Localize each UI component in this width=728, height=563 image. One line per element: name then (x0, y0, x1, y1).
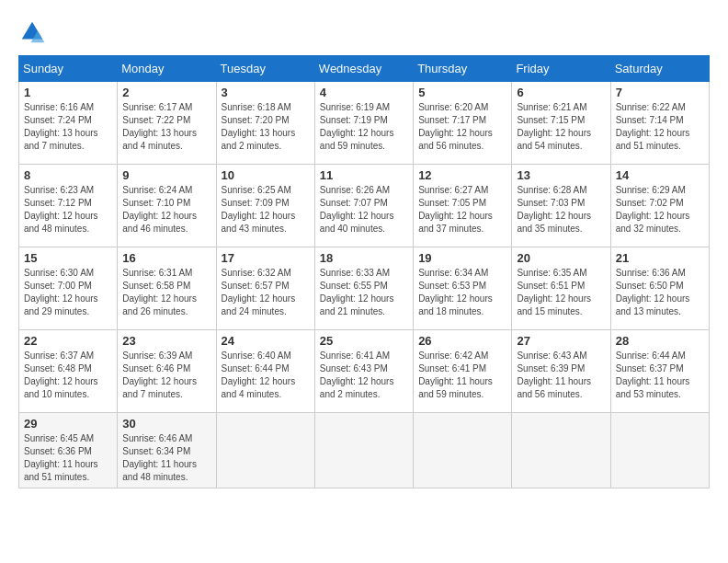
day-info: Sunrise: 6:19 AMSunset: 7:19 PMDaylight:… (320, 101, 408, 153)
day-info: Sunrise: 6:23 AMSunset: 7:12 PMDaylight:… (24, 184, 112, 236)
day-info: Sunrise: 6:31 AMSunset: 6:58 PMDaylight:… (122, 267, 210, 318)
day-number: 29 (24, 417, 112, 431)
day-info: Sunrise: 6:18 AMSunset: 7:20 PMDaylight:… (222, 101, 310, 153)
day-number: 15 (24, 251, 112, 265)
calendar-day-cell: 1Sunrise: 6:16 AMSunset: 7:24 PMDaylight… (19, 82, 118, 165)
calendar-day-cell: 2Sunrise: 6:17 AMSunset: 7:22 PMDaylight… (118, 82, 216, 165)
calendar-header-thursday: Thursday (414, 56, 512, 82)
calendar-day-cell: 24Sunrise: 6:40 AMSunset: 6:44 PMDayligh… (216, 330, 314, 413)
day-number: 25 (320, 334, 408, 348)
calendar-week-row: 15Sunrise: 6:30 AMSunset: 7:00 PMDayligh… (19, 247, 710, 330)
day-info: Sunrise: 6:24 AMSunset: 7:10 PMDaylight:… (122, 184, 210, 236)
calendar-day-cell (414, 413, 512, 488)
calendar-day-cell: 16Sunrise: 6:31 AMSunset: 6:58 PMDayligh… (118, 247, 216, 330)
day-info: Sunrise: 6:40 AMSunset: 6:44 PMDaylight:… (222, 350, 310, 401)
calendar-header-row: SundayMondayTuesdayWednesdayThursdayFrid… (19, 56, 710, 82)
day-number: 30 (122, 417, 210, 431)
day-info: Sunrise: 6:30 AMSunset: 7:00 PMDaylight:… (24, 267, 112, 318)
calendar-day-cell: 11Sunrise: 6:26 AMSunset: 7:07 PMDayligh… (314, 165, 413, 247)
calendar-day-cell (610, 413, 709, 488)
day-info: Sunrise: 6:26 AMSunset: 7:07 PMDaylight:… (320, 184, 408, 236)
day-number: 18 (320, 251, 408, 265)
calendar-week-row: 29Sunrise: 6:45 AMSunset: 6:36 PMDayligh… (19, 413, 710, 488)
day-info: Sunrise: 6:42 AMSunset: 6:41 PMDaylight:… (418, 350, 506, 401)
day-number: 7 (616, 86, 704, 99)
day-number: 28 (616, 334, 704, 348)
day-number: 16 (122, 251, 210, 265)
day-info: Sunrise: 6:21 AMSunset: 7:15 PMDaylight:… (517, 101, 605, 153)
calendar-day-cell: 30Sunrise: 6:46 AMSunset: 6:34 PMDayligh… (118, 413, 216, 488)
calendar-day-cell: 17Sunrise: 6:32 AMSunset: 6:57 PMDayligh… (216, 247, 314, 330)
page-header (18, 18, 710, 46)
calendar-header-wednesday: Wednesday (314, 56, 413, 82)
day-number: 20 (517, 251, 605, 265)
calendar-header-saturday: Saturday (610, 56, 709, 82)
calendar-day-cell: 29Sunrise: 6:45 AMSunset: 6:36 PMDayligh… (19, 413, 118, 488)
calendar-day-cell (216, 413, 314, 488)
calendar-day-cell: 27Sunrise: 6:43 AMSunset: 6:39 PMDayligh… (512, 330, 610, 413)
calendar-day-cell: 10Sunrise: 6:25 AMSunset: 7:09 PMDayligh… (216, 165, 314, 247)
day-number: 14 (616, 168, 704, 182)
calendar-header-tuesday: Tuesday (216, 56, 314, 82)
day-info: Sunrise: 6:25 AMSunset: 7:09 PMDaylight:… (222, 184, 310, 236)
calendar-day-cell: 20Sunrise: 6:35 AMSunset: 6:51 PMDayligh… (512, 247, 610, 330)
day-info: Sunrise: 6:29 AMSunset: 7:02 PMDaylight:… (616, 184, 704, 236)
calendar-day-cell: 23Sunrise: 6:39 AMSunset: 6:46 PMDayligh… (118, 330, 216, 413)
calendar-day-cell: 18Sunrise: 6:33 AMSunset: 6:55 PMDayligh… (314, 247, 413, 330)
day-info: Sunrise: 6:44 AMSunset: 6:37 PMDaylight:… (616, 350, 704, 401)
day-info: Sunrise: 6:46 AMSunset: 6:34 PMDaylight:… (122, 432, 210, 484)
calendar-week-row: 8Sunrise: 6:23 AMSunset: 7:12 PMDaylight… (19, 165, 710, 247)
day-info: Sunrise: 6:22 AMSunset: 7:14 PMDaylight:… (616, 101, 704, 153)
day-info: Sunrise: 6:32 AMSunset: 6:57 PMDaylight:… (222, 267, 310, 318)
day-number: 11 (320, 168, 408, 182)
calendar-day-cell: 8Sunrise: 6:23 AMSunset: 7:12 PMDaylight… (19, 165, 118, 247)
day-number: 3 (222, 86, 310, 99)
day-info: Sunrise: 6:36 AMSunset: 6:50 PMDaylight:… (616, 267, 704, 318)
calendar-week-row: 1Sunrise: 6:16 AMSunset: 7:24 PMDaylight… (19, 82, 710, 165)
day-number: 22 (24, 334, 112, 348)
day-number: 8 (24, 168, 112, 182)
calendar-day-cell: 7Sunrise: 6:22 AMSunset: 7:14 PMDaylight… (610, 82, 709, 165)
day-number: 24 (222, 334, 310, 348)
day-info: Sunrise: 6:16 AMSunset: 7:24 PMDaylight:… (24, 101, 112, 153)
day-number: 23 (122, 334, 210, 348)
day-info: Sunrise: 6:35 AMSunset: 6:51 PMDaylight:… (517, 267, 605, 318)
day-number: 27 (517, 334, 605, 348)
calendar-day-cell: 25Sunrise: 6:41 AMSunset: 6:43 PMDayligh… (314, 330, 413, 413)
day-info: Sunrise: 6:27 AMSunset: 7:05 PMDaylight:… (418, 184, 506, 236)
day-info: Sunrise: 6:41 AMSunset: 6:43 PMDaylight:… (320, 350, 408, 401)
day-info: Sunrise: 6:20 AMSunset: 7:17 PMDaylight:… (418, 101, 506, 153)
calendar-day-cell: 5Sunrise: 6:20 AMSunset: 7:17 PMDaylight… (414, 82, 512, 165)
calendar-header-sunday: Sunday (19, 56, 118, 82)
logo-icon (18, 18, 46, 46)
day-info: Sunrise: 6:39 AMSunset: 6:46 PMDaylight:… (122, 350, 210, 401)
day-number: 26 (418, 334, 506, 348)
calendar-week-row: 22Sunrise: 6:37 AMSunset: 6:48 PMDayligh… (19, 330, 710, 413)
calendar-header-friday: Friday (512, 56, 610, 82)
day-number: 2 (122, 86, 210, 99)
calendar-day-cell: 13Sunrise: 6:28 AMSunset: 7:03 PMDayligh… (512, 165, 610, 247)
day-number: 5 (418, 86, 506, 99)
calendar-day-cell: 12Sunrise: 6:27 AMSunset: 7:05 PMDayligh… (414, 165, 512, 247)
calendar-day-cell: 26Sunrise: 6:42 AMSunset: 6:41 PMDayligh… (414, 330, 512, 413)
calendar-day-cell (512, 413, 610, 488)
day-info: Sunrise: 6:17 AMSunset: 7:22 PMDaylight:… (122, 101, 210, 153)
calendar-day-cell: 14Sunrise: 6:29 AMSunset: 7:02 PMDayligh… (610, 165, 709, 247)
calendar-day-cell: 15Sunrise: 6:30 AMSunset: 7:00 PMDayligh… (19, 247, 118, 330)
day-number: 9 (122, 168, 210, 182)
day-number: 1 (24, 86, 112, 99)
day-number: 17 (222, 251, 310, 265)
calendar-header-monday: Monday (118, 56, 216, 82)
day-info: Sunrise: 6:45 AMSunset: 6:36 PMDaylight:… (24, 432, 112, 484)
calendar-day-cell (314, 413, 413, 488)
calendar-day-cell: 21Sunrise: 6:36 AMSunset: 6:50 PMDayligh… (610, 247, 709, 330)
day-number: 10 (222, 168, 310, 182)
day-info: Sunrise: 6:37 AMSunset: 6:48 PMDaylight:… (24, 350, 112, 401)
day-info: Sunrise: 6:33 AMSunset: 6:55 PMDaylight:… (320, 267, 408, 318)
day-info: Sunrise: 6:34 AMSunset: 6:53 PMDaylight:… (418, 267, 506, 318)
day-number: 12 (418, 168, 506, 182)
calendar-day-cell: 19Sunrise: 6:34 AMSunset: 6:53 PMDayligh… (414, 247, 512, 330)
calendar-day-cell: 28Sunrise: 6:44 AMSunset: 6:37 PMDayligh… (610, 330, 709, 413)
day-info: Sunrise: 6:28 AMSunset: 7:03 PMDaylight:… (517, 184, 605, 236)
day-info: Sunrise: 6:43 AMSunset: 6:39 PMDaylight:… (517, 350, 605, 401)
